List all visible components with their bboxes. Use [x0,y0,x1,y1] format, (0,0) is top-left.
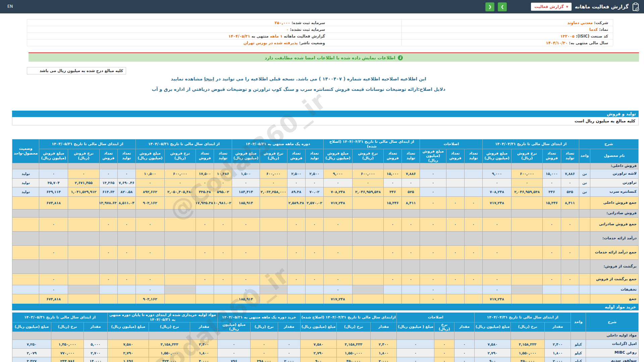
value-cell: ۰ [561,245,579,259]
value-cell [465,231,483,245]
value-cell: ۱,۵۵۰,۰۰۰ [337,349,371,357]
value-cell: ۰ [465,274,483,285]
value-cell [260,294,287,304]
column-header: تعداد تولید [402,149,420,163]
value-cell [117,294,136,304]
value-cell: ۱۵,۰۰۰ [543,169,561,178]
value-cell: ۰ [232,274,260,285]
value-cell: ۶۱۳.۶۳ [99,187,117,196]
value-cell: ۰ [402,245,420,259]
column-header: مبلغ (میلیون ریال) [300,322,336,332]
unit-cell [579,217,590,231]
value-cell [561,259,579,274]
value-cell [99,285,117,294]
value-cell [511,332,545,340]
value-cell [305,163,323,169]
value-cell: ۸۲۰.۵۸ [117,187,136,196]
column-header: تعداد تولید [305,149,323,163]
value-cell [149,332,190,340]
info-row: سال مالی منتهی به: ۱۴۰۴/۱۰/۳۰ وضعیت ناشر… [27,40,613,46]
value-cell [352,259,383,274]
value-cell: ۰ [384,178,402,187]
value-cell: ۹,۰۰۰ [323,169,352,178]
column-header: مبلغ فروش (میلیون ریال) [232,149,260,163]
value-cell [260,196,287,209]
value-cell [512,209,543,217]
table-row: جمع فروش داخلی۸,۴۱۱۱۵,۳۴۶۷۱۷,۲۴۸۰۰۰۸,۴۱۱… [12,196,639,209]
value-cell: ۱۸۴,۴۱۴ [232,187,260,196]
value-cell [12,231,39,245]
value-cell [474,332,511,340]
column-group-header: واحد [571,313,586,332]
unit-cell [579,245,590,259]
product-name-cell: تخفیفات [590,285,639,294]
column-header: مبلغ فروش (میلیون ریال) [420,149,446,163]
column-header: مقدار [371,322,397,332]
info-label: سال مالی منتهی به: [568,41,608,45]
table-row: جمع درآمد ارائه خدمات۰۰۰۰۰۰۰۰۰۰۰۰۰۰۰۰۰۰ [12,245,639,259]
status-cell [12,294,39,304]
column-group-header: دوره یک ماهه منتهی به ۱۴۰۴/۰۵/۳۱ [232,139,324,149]
value-cell: ۰ [136,217,164,231]
column-group-header: از ابتدای سال مالی تا تاریخ ۱۴۰۴/۰۴/۳۱ (… [323,139,420,149]
value-cell [446,231,464,245]
value-cell: ۰ [39,245,68,259]
value-cell [465,169,483,178]
value-cell: ۰ [446,196,464,209]
value-cell [68,259,99,274]
report-type-dropdown[interactable]: ▼ گزارش فعالیت [531,3,572,11]
prev-report-button[interactable]: ❮ [485,2,494,11]
value-cell: ۸۹۲,۶۶۲ [136,187,164,196]
value-cell [305,285,323,294]
value-cell: ۱۵,۳۴۶ [384,196,402,209]
value-cell: ۱۰,۳۸۶ [214,169,232,178]
value-cell: ۹۰۰ [300,357,336,362]
previous-version-link[interactable]: اینجا [204,76,214,81]
value-cell [214,259,232,274]
value-cell [384,231,402,245]
value-cell [543,231,561,245]
info-value: ۱۳۲۰۰۵ [560,34,575,39]
value-cell: ۰ [278,349,300,357]
value-cell [446,163,464,169]
column-header: نرخ (ریال) [434,322,454,332]
table-row: مواد اولیه داخلی [12,332,639,340]
value-cell: ۰ [287,178,305,187]
value-cell [397,332,434,340]
value-cell: ۶۳۹,۱۱۴ [39,187,68,196]
value-cell: ۲۴۴,۷۸۶ [51,357,84,362]
value-cell: ۰ [196,178,214,187]
value-cell: ۰ [420,285,446,294]
value-cell: ۸,۵۱۱.۰۴ [117,196,136,209]
value-cell [136,163,164,169]
value-cell: ۰ [543,178,561,187]
next-report-button[interactable]: ❯ [498,2,507,11]
language-toggle[interactable]: EN [7,4,13,9]
value-cell [39,259,68,274]
value-cell: ۰ [117,169,136,178]
table-row: جمع فروش صادراتی۰۰۰۰۰۰۰۰۰۰۰۰۰۰۰۰۰۰ [12,217,639,231]
info-value: ۱۴۰۴/۰۵/۳۱ [228,34,250,39]
value-cell [305,294,323,304]
info-label: سرمایه ثبت شده: [290,20,325,25]
info-value: کدما [589,27,598,32]
info-label: گزارش فعالیت ماهانه [282,34,325,39]
value-cell: ۱,۸۰۰ [544,349,571,357]
column-header: نرخ (ریال) [51,322,84,332]
value-cell [337,332,371,340]
value-cell [402,163,420,169]
column-header: مبلغ فروش (میلیون ریال) [483,149,512,163]
column-header: مقدار [454,322,475,332]
value-cell [512,274,543,285]
value-cell [543,294,561,304]
table-row: جمع۷۱۷,۲۴۸۰۷۱۷,۲۴۸۱۸۵,۹۱۴۹۰۳,۱۶۲۶۷۴,۸۱۸ [12,294,639,304]
value-cell: ۰ [465,196,483,209]
section-title-raw-materials: خرید مواد اولیه [12,304,639,310]
status-cell [12,245,39,259]
value-cell: ۲,۵۷۰.۰۲ [305,196,323,209]
value-cell [465,209,483,217]
value-cell [68,231,99,245]
value-cell [260,274,287,285]
value-cell [164,196,196,209]
amendment-reasons-line: دلایل اصلاح:ارائه توضیحات نوسانات قیمت ف… [29,86,569,92]
